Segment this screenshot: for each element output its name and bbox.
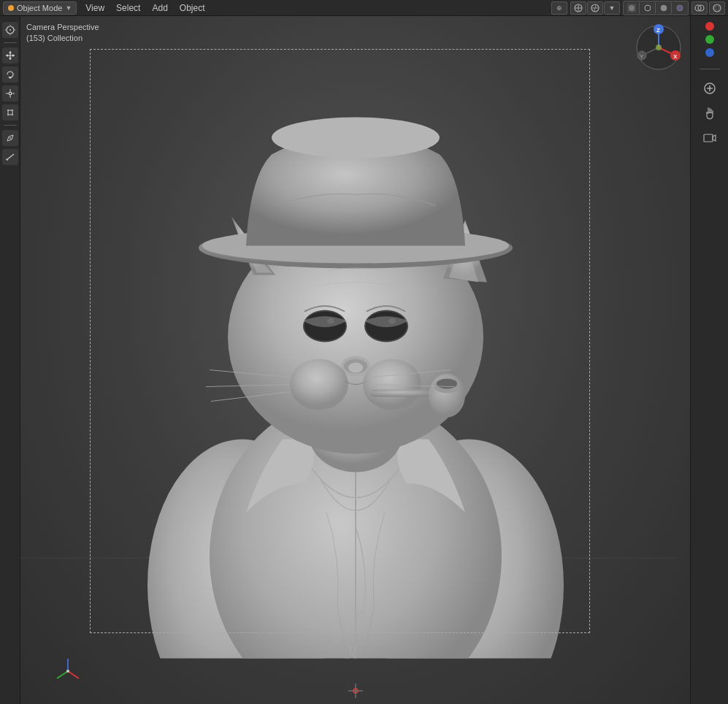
mode-dot (8, 5, 14, 11)
svg-point-18 (9, 29, 11, 31)
viewport-overlay-toggle[interactable] (691, 1, 708, 15)
cat-3d-model: ℛ (129, 60, 582, 661)
svg-point-15 (713, 4, 721, 12)
mode-dropdown-icon: ▼ (65, 4, 72, 12)
svg-line-94 (68, 671, 79, 678)
svg-rect-30 (9, 93, 11, 95)
svg-point-39 (11, 114, 12, 115)
left-toolbar (0, 16, 20, 704)
svg-marker-28 (12, 54, 15, 57)
xray-toggle[interactable] (709, 1, 725, 15)
svg-point-12 (677, 5, 683, 11)
svg-line-41 (7, 154, 14, 160)
transform-tool[interactable] (2, 104, 18, 120)
render-solid-icon[interactable] (624, 1, 640, 15)
svg-point-63 (327, 318, 334, 324)
viewport-gizmo-toggle[interactable]: ⊕ (551, 1, 567, 15)
measure-tool[interactable] (2, 149, 18, 165)
svg-rect-35 (8, 110, 12, 115)
menu-object[interactable]: Object (174, 0, 211, 16)
svg-point-40 (9, 137, 11, 139)
render-wireframe-icon[interactable] (640, 1, 656, 15)
svg-text:X: X (673, 53, 678, 60)
world-shading[interactable] (587, 1, 603, 15)
tool-separator-2 (4, 125, 17, 126)
viewport-canvas[interactable]: Camera Perspective (153) Collection (20, 16, 690, 704)
right-sidebar (690, 16, 728, 704)
svg-line-95 (57, 671, 68, 678)
svg-text:ℛ: ℛ (345, 644, 358, 659)
move-tool[interactable] (2, 47, 18, 64)
top-menu-bar: Object Mode ▼ View Select Add Object ⊕ ▼ (0, 0, 728, 16)
navigation-gizmo[interactable]: Z X Y (633, 22, 684, 73)
svg-point-69 (348, 363, 363, 373)
svg-text:Y: Y (640, 53, 644, 60)
svg-point-70 (290, 359, 348, 410)
svg-marker-26 (9, 58, 12, 60)
top-bar-right-icons: ⊕ ▼ (551, 1, 728, 15)
svg-marker-27 (6, 54, 8, 57)
gizmo-axes-toggle[interactable] (570, 1, 586, 15)
add-zoom-button[interactable] (700, 78, 720, 99)
svg-point-38 (7, 114, 8, 115)
tool-separator-1 (4, 42, 17, 43)
mode-label: Object Mode (17, 4, 62, 12)
viewport-axis-indicator (50, 653, 86, 689)
svg-rect-104 (704, 134, 713, 142)
mode-selector[interactable]: Object Mode ▼ (3, 1, 77, 15)
svg-point-36 (7, 110, 8, 111)
render-material-icon[interactable] (656, 1, 672, 15)
annotate-tool[interactable] (2, 130, 18, 146)
svg-point-37 (11, 110, 12, 111)
camera-view-button[interactable] (700, 128, 720, 148)
svg-point-93 (656, 45, 662, 50)
dropdown-globe[interactable]: ▼ (604, 1, 620, 15)
z-axis-dot[interactable] (705, 48, 714, 57)
menu-view[interactable]: View (80, 0, 110, 16)
scale-tool[interactable] (2, 85, 18, 102)
x-axis-dot[interactable] (705, 22, 714, 31)
svg-marker-29 (8, 77, 12, 79)
render-rendered-icon[interactable] (672, 1, 688, 15)
menu-select[interactable]: Select (110, 0, 146, 16)
svg-point-75 (437, 379, 457, 389)
sidebar-separator (700, 69, 720, 69)
camera-cursor-indicator (348, 684, 363, 700)
render-mode-group (623, 1, 689, 15)
svg-marker-105 (713, 135, 716, 141)
svg-point-10 (661, 5, 667, 11)
svg-point-66 (388, 318, 396, 324)
cursor-tool[interactable] (2, 22, 18, 38)
y-axis-dot[interactable] (705, 35, 714, 44)
svg-point-97 (66, 670, 69, 673)
svg-point-6 (629, 5, 635, 11)
svg-point-16 (715, 6, 719, 10)
svg-text:Z: Z (656, 27, 660, 34)
svg-marker-25 (9, 51, 12, 53)
pan-tool-button[interactable] (700, 103, 720, 123)
menu-add[interactable]: Add (146, 0, 173, 16)
svg-point-60 (272, 118, 440, 158)
rotate-tool[interactable] (2, 66, 18, 83)
3d-viewport[interactable]: Camera Perspective (153) Collection (0, 16, 728, 704)
